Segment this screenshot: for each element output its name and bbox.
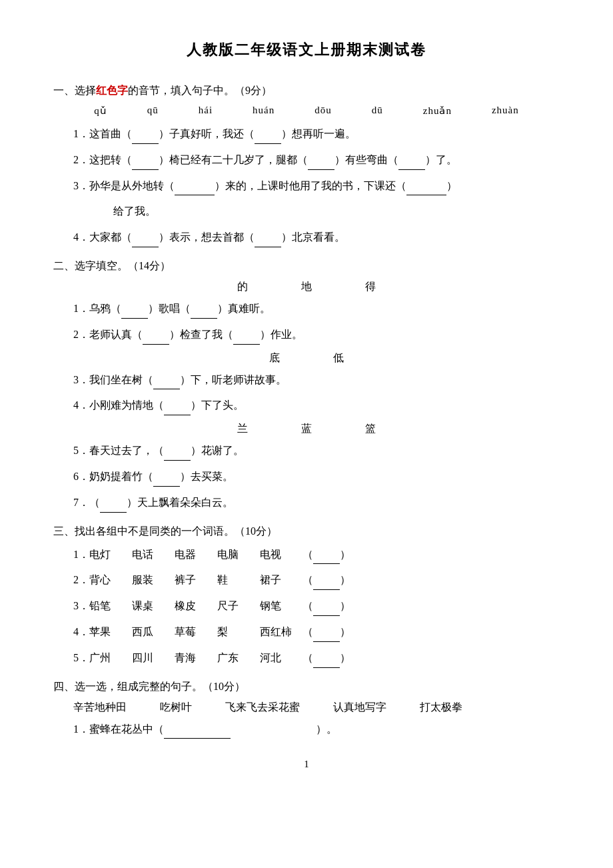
q1-3: 3．孙华是从外地转（）来的，上课时他用了我的书，下课还（）	[73, 177, 560, 196]
section-2-q3: 5．春天过去了，（）花谢了。 6．奶奶提着竹（）去买菜。 7．（）天上飘着朵朵白…	[53, 441, 560, 512]
section-4: 四、选一选，组成完整的句子。（10分） 辛苦地种田 吃树叶 飞来飞去采花蜜 认真…	[53, 680, 560, 739]
opt-2: 吃树叶	[160, 701, 192, 715]
char-de3: 得	[365, 280, 376, 294]
opt-4: 认真地写字	[333, 701, 386, 715]
pinyin-4: huán	[253, 105, 275, 117]
char-options-3: 兰 蓝 篮	[53, 422, 560, 436]
char-de2: 地	[301, 280, 312, 294]
q2-6: 6．奶奶提着竹（）去买菜。	[73, 467, 560, 487]
section-3-questions: 1．电灯 电话 电器 电脑 电视 （） 2．背心 服装 裤子 鞋 裙子 （） 3…	[53, 545, 560, 668]
q2-5: 5．春天过去了，（）花谢了。	[73, 441, 560, 461]
q1-1: 1．这首曲（）子真好听，我还（）想再听一遍。	[73, 125, 560, 144]
char-lan2: 蓝	[301, 422, 312, 436]
q4-1: 1．蜜蜂在花丛中（ ）。	[73, 720, 560, 739]
section-4-title: 四、选一选，组成完整的句子。（10分）	[53, 680, 560, 694]
q2-4: 4．小刚难为情地（）下了头。	[73, 396, 560, 415]
pinyin-3: hái	[199, 105, 213, 117]
section-1-questions: 1．这首曲（）子真好听，我还（）想再听一遍。 2．这把转（）椅已经有二十几岁了，…	[53, 125, 560, 247]
section-2-q1: 1．乌鸦（）歌唱（）真难听。 2．老师认真（）检查了我（）作业。	[53, 299, 560, 345]
pinyin-7: zhuǎn	[423, 105, 452, 117]
section-3-title: 三、找出各组中不是同类的一个词语。（10分）	[53, 525, 560, 539]
q1-2: 2．这把转（）椅已经有二十几岁了，腿都（）有些弯曲（）了。	[73, 151, 560, 170]
pinyin-1: qǔ	[94, 105, 107, 117]
q3-5: 5．广州 四川 青海 广东 河北 （）	[73, 649, 560, 668]
q3-4: 4．苹果 西瓜 草莓 梨 西红柿 （）	[73, 623, 560, 642]
section-2: 二、选字填空。（14分） 的 地 得 1．乌鸦（）歌唱（）真难听。 2．老师认真…	[53, 259, 560, 513]
char-options-2: 底 低	[53, 351, 560, 365]
q2-1: 1．乌鸦（）歌唱（）真难听。	[73, 299, 560, 319]
q2-2: 2．老师认真（）检查了我（）作业。	[73, 325, 560, 345]
section-4-questions: 1．蜜蜂在花丛中（ ）。	[53, 720, 560, 739]
pinyin-5: dōu	[314, 105, 332, 117]
char-di2: 低	[333, 351, 344, 365]
char-di1: 底	[269, 351, 280, 365]
q3-1: 1．电灯 电话 电器 电脑 电视 （）	[73, 545, 560, 565]
q2-7: 7．（）天上飘着朵朵白云。	[73, 493, 560, 513]
opt-3: 飞来飞去采花蜜	[225, 701, 300, 715]
pinyin-row: qǔ qū hái huán dōu dū zhuǎn zhuàn	[53, 105, 560, 117]
section-3: 三、找出各组中不是同类的一个词语。（10分） 1．电灯 电话 电器 电脑 电视 …	[53, 525, 560, 668]
q1-3-cont: 给了我。	[73, 202, 560, 221]
opt-5: 打太极拳	[420, 701, 462, 715]
q1-4: 4．大家都（）表示，想去首都（）北京看看。	[73, 228, 560, 247]
char-options-1: 的 地 得	[53, 280, 560, 294]
section-2-q2: 3．我们坐在树（）下，听老师讲故事。 4．小刚难为情地（）下了头。	[53, 371, 560, 416]
section-2-title: 二、选字填空。（14分）	[53, 259, 560, 273]
page-container: 人教版二年级语文上册期末测试卷 一、选择红色字的音节，填入句子中。（9分） qǔ…	[53, 40, 560, 770]
section-4-options: 辛苦地种田 吃树叶 飞来飞去采花蜜 认真地写字 打太极拳	[53, 701, 560, 715]
section-1: 一、选择红色字的音节，填入句子中。（9分） qǔ qū hái huán dōu…	[53, 84, 560, 247]
char-de1: 的	[237, 280, 248, 294]
pinyin-8: zhuàn	[492, 105, 519, 117]
page-title: 人教版二年级语文上册期末测试卷	[53, 40, 560, 60]
pinyin-6: dū	[372, 105, 383, 117]
char-lan1: 兰	[237, 422, 248, 436]
opt-1: 辛苦地种田	[73, 701, 127, 715]
q2-3: 3．我们坐在树（）下，听老师讲故事。	[73, 371, 560, 390]
q3-2: 2．背心 服装 裤子 鞋 裙子 （）	[73, 571, 560, 590]
char-lan3: 篮	[365, 422, 376, 436]
pinyin-2: qū	[147, 105, 159, 117]
page-number: 1	[53, 759, 560, 770]
section-1-title: 一、选择红色字的音节，填入句子中。（9分）	[53, 84, 560, 98]
q3-3: 3．铅笔 课桌 橡皮 尺子 钢笔 （）	[73, 597, 560, 616]
